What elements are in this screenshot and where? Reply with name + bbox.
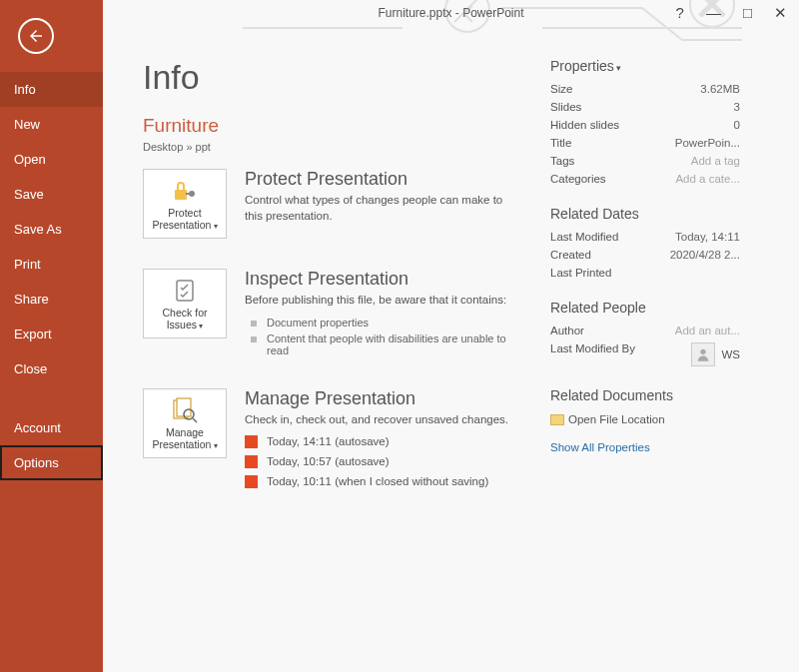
date-row: Last Printed: [550, 264, 740, 282]
inspect-item: Content that people with disabilities ar…: [245, 331, 522, 358]
version-item[interactable]: Today, 10:11 (when I closed without savi…: [245, 471, 522, 491]
prop-row: TitlePowerPoin...: [550, 134, 740, 152]
related-documents-heading: Related Documents: [550, 387, 740, 403]
add-tag-field[interactable]: Add a tag: [691, 155, 740, 167]
show-all-properties-link[interactable]: Show All Properties: [550, 441, 740, 453]
properties-dropdown[interactable]: Properties ▾: [550, 58, 740, 74]
related-dates-heading: Related Dates: [550, 206, 740, 222]
back-button[interactable]: [18, 18, 54, 54]
back-arrow-icon: [27, 27, 45, 45]
related-people-heading: Related People: [550, 300, 740, 316]
nav-options[interactable]: Options: [0, 445, 103, 480]
add-author-field[interactable]: Add an aut...: [675, 325, 740, 336]
nav-save-as[interactable]: Save As: [0, 212, 103, 247]
page-title: Info: [143, 58, 522, 97]
avatar-icon: [691, 342, 715, 366]
manage-presentation-button[interactable]: Manage Presentation ▾: [143, 388, 227, 458]
protect-desc: Control what types of changes people can…: [245, 193, 522, 224]
last-modified-by-user[interactable]: WS: [691, 342, 740, 366]
properties-panel: Properties ▾ Size3.62MB Slides3 Hidden s…: [550, 58, 740, 491]
manage-desc: Check in, check out, and recover unsaved…: [245, 412, 522, 428]
main-left: Info Furniture Desktop » ppt Protect Pre…: [143, 58, 522, 491]
prop-row-tags: TagsAdd a tag: [550, 152, 740, 170]
maximize-button[interactable]: □: [743, 4, 752, 22]
svg-rect-5: [177, 281, 193, 301]
breadcrumb: Desktop » ppt: [143, 141, 522, 153]
inspect-heading: Inspect Presentation: [245, 269, 522, 290]
document-title: Furniture: [143, 115, 522, 137]
section-protect: Protect Presentation ▾ Protect Presentat…: [143, 169, 522, 239]
nav-export[interactable]: Export: [0, 317, 103, 351]
nav-new[interactable]: New: [0, 107, 103, 142]
manage-tile-label: Manage Presentation: [152, 426, 211, 450]
protect-presentation-button[interactable]: Protect Presentation ▾: [143, 169, 227, 239]
inspect-item: Document properties: [245, 315, 522, 331]
svg-rect-4: [186, 193, 192, 195]
lock-key-icon: [170, 177, 200, 205]
version-item[interactable]: Today, 14:11 (autosave): [245, 431, 522, 451]
nav-info[interactable]: Info: [0, 72, 103, 107]
prop-row: Hidden slides0: [550, 116, 740, 134]
version-item[interactable]: Today, 10:57 (autosave): [245, 451, 522, 471]
content-area: Furniture.pptx - PowerPoint ? — □ ✕ Info…: [103, 0, 799, 672]
check-for-issues-button[interactable]: Check for Issues ▾: [143, 269, 227, 338]
documents-search-icon: [170, 396, 200, 424]
nav-print[interactable]: Print: [0, 247, 103, 282]
date-row: Last ModifiedToday, 14:11: [550, 228, 740, 246]
author-row: AuthorAdd an aut...: [550, 322, 740, 339]
backstage-sidebar: Info New Open Save Save As Print Share E…: [0, 0, 103, 672]
add-category-field[interactable]: Add a cate...: [675, 173, 740, 185]
svg-rect-2: [175, 190, 187, 200]
svg-line-9: [193, 418, 197, 422]
prop-row: Slides3: [550, 98, 740, 116]
inspect-desc: Before publishing this file, be aware th…: [245, 293, 522, 309]
prop-row-categories: CategoriesAdd a cate...: [550, 170, 740, 188]
section-inspect: Check for Issues ▾ Inspect Presentation …: [143, 269, 522, 358]
close-button[interactable]: ✕: [774, 4, 787, 22]
nav-share[interactable]: Share: [0, 282, 103, 317]
modified-by-row: Last Modified By WS: [550, 339, 740, 369]
checklist-icon: [172, 277, 198, 305]
nav-account[interactable]: Account: [0, 410, 103, 445]
app-root: Info New Open Save Save As Print Share E…: [0, 0, 799, 672]
decorative-circuit-icon: [243, 0, 742, 55]
nav-close[interactable]: Close: [0, 351, 103, 386]
protect-tile-label: Protect Presentation: [152, 207, 211, 231]
protect-heading: Protect Presentation: [245, 169, 522, 190]
open-file-location-link[interactable]: Open File Location: [550, 409, 740, 429]
folder-icon: [550, 414, 564, 425]
nav-open[interactable]: Open: [0, 142, 103, 177]
svg-point-10: [701, 349, 706, 354]
manage-heading: Manage Presentation: [245, 388, 522, 409]
section-manage: Manage Presentation ▾ Manage Presentatio…: [143, 388, 522, 492]
prop-row: Size3.62MB: [550, 80, 740, 98]
nav-save[interactable]: Save: [0, 177, 103, 212]
date-row: Created2020/4/28 2...: [550, 246, 740, 264]
